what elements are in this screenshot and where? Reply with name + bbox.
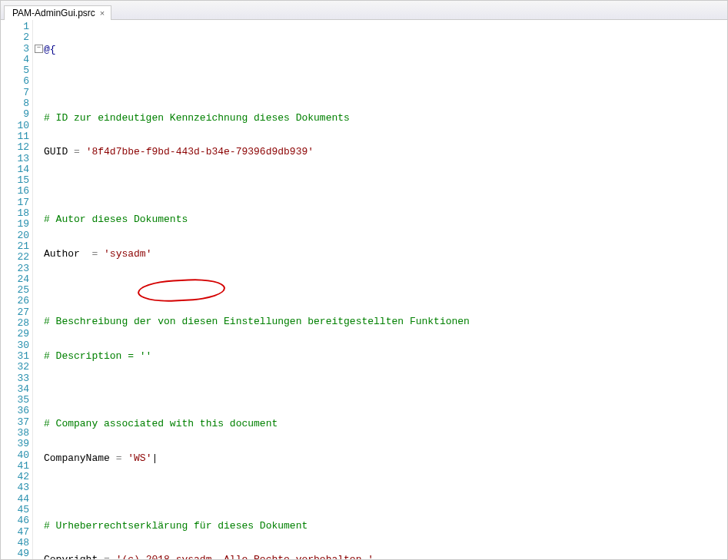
tab-title: PAM-AdminGui.psrc bbox=[12, 8, 95, 18]
fold-icon[interactable]: − bbox=[35, 45, 43, 53]
code-editor[interactable]: 1 2 3 4 5 6 7 8 9 10 11 12 13 14 15 16 1… bbox=[1, 20, 727, 559]
line-number-gutter: 1 2 3 4 5 6 7 8 9 10 11 12 13 14 15 16 1… bbox=[1, 20, 33, 559]
tab-bar: PAM-AdminGui.psrc × bbox=[1, 1, 727, 20]
text-cursor: | bbox=[151, 452, 158, 464]
code-area[interactable]: −@{ # ID zur eindeutigen Kennzeichnung d… bbox=[33, 20, 727, 559]
tab-file[interactable]: PAM-AdminGui.psrc × bbox=[4, 5, 111, 20]
tab-close-icon[interactable]: × bbox=[100, 8, 105, 18]
